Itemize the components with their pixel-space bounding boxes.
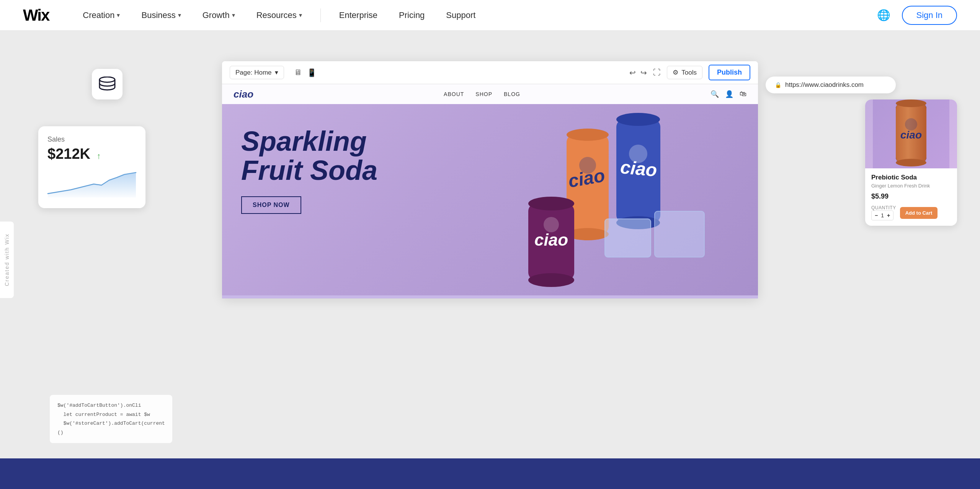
- site-nav-links: ABOUT SHOP BLOG: [444, 91, 520, 97]
- site-nav: ciao ABOUT SHOP BLOG 🔍 👤 🛍: [222, 84, 758, 104]
- nav-item-business[interactable]: Business ▾: [131, 10, 191, 20]
- lock-icon: 🔒: [775, 82, 781, 88]
- account-icon[interactable]: 👤: [725, 90, 733, 98]
- svg-rect-24: [873, 99, 949, 168]
- quantity-increase-icon[interactable]: +: [887, 212, 890, 218]
- site-shop-link[interactable]: SHOP: [475, 91, 492, 97]
- database-illustration: [98, 77, 116, 92]
- product-price: $5.99: [871, 192, 951, 200]
- site-hero-text: SparklingFruit Soda SHOP NOW: [241, 127, 739, 272]
- nav-item-creation[interactable]: Creation ▾: [72, 10, 131, 20]
- code-line-3: $w('#storeCart').addToCart(currentProduc…: [57, 419, 165, 428]
- code-line-2: let currentProduct = await $w: [57, 410, 165, 419]
- nav-divider: [320, 8, 321, 22]
- redo-icon[interactable]: ↪: [640, 68, 647, 77]
- float-database-icon: [92, 69, 122, 99]
- chevron-down-icon: ▾: [117, 11, 120, 19]
- add-to-cart-button[interactable]: Add to Cart: [900, 207, 938, 219]
- nav-item-enterprise[interactable]: Enterprise: [328, 10, 388, 20]
- undo-redo-controls: ↩ ↪: [629, 68, 647, 77]
- site-preview: ciao ABOUT SHOP BLOG 🔍 👤 🛍 SparklingFrui…: [222, 84, 758, 298]
- product-actions: QUANTITY − 1 + Add to Cart: [871, 205, 951, 220]
- main-area: Created with Wix Page: Home ▾ 🖥 📱 ↩ ↪ ⛶ …: [0, 31, 980, 489]
- footer-bar: [0, 458, 980, 489]
- wix-logo[interactable]: Wix: [23, 6, 49, 24]
- page-selector[interactable]: Page: Home ▾: [230, 66, 284, 79]
- publish-button[interactable]: Publish: [709, 65, 750, 80]
- product-name: Prebiotic Soda: [871, 174, 951, 181]
- site-nav-icons: 🔍 👤 🛍: [710, 90, 746, 98]
- code-line-4: (): [57, 428, 165, 437]
- globe-icon[interactable]: 🌐: [877, 9, 890, 21]
- quantity-label: QUANTITY: [871, 205, 896, 210]
- sales-value: $212K ↑: [47, 146, 136, 162]
- search-icon[interactable]: 🔍: [710, 90, 719, 98]
- nav-right: 🌐 Sign In: [877, 6, 957, 25]
- nav-item-support[interactable]: Support: [435, 10, 486, 20]
- nav-item-pricing[interactable]: Pricing: [388, 10, 435, 20]
- product-info: Prebiotic Soda Ginger Lemon Fresh Drink …: [865, 168, 957, 226]
- product-can-illustration: ciao: [873, 99, 949, 168]
- sign-in-button[interactable]: Sign In: [902, 6, 957, 25]
- site-logo: ciao: [234, 88, 253, 100]
- float-url-bar: 🔒 https://www.ciaodrinks.com: [766, 77, 896, 93]
- site-about-link[interactable]: ABOUT: [444, 91, 464, 97]
- nav-links: Creation ▾ Business ▾ Growth ▾ Resources…: [72, 8, 877, 22]
- cart-icon[interactable]: 🛍: [740, 90, 746, 98]
- svg-point-6: [616, 113, 660, 126]
- site-hero: SparklingFruit Soda SHOP NOW ciao: [222, 104, 758, 295]
- expand-icon[interactable]: ⛶: [653, 68, 661, 77]
- navbar: Wix Creation ▾ Business ▾ Growth ▾ Resou…: [0, 0, 980, 31]
- desktop-view-icon[interactable]: 🖥: [294, 68, 302, 77]
- svg-point-17: [100, 77, 115, 82]
- chevron-down-icon: ▾: [178, 11, 181, 19]
- shop-now-button[interactable]: SHOP NOW: [241, 196, 301, 214]
- sales-label: Sales: [47, 135, 136, 143]
- sales-trend-icon: ↑: [97, 151, 101, 161]
- float-code-snippet: $w('#addToCartButton').onCli let current…: [50, 395, 172, 443]
- editor-frame: Page: Home ▾ 🖥 📱 ↩ ↪ ⛶ ⚙ Tools Publish: [222, 61, 758, 298]
- toolbar-view-icons: 🖥 📱: [294, 68, 317, 77]
- code-line-1: $w('#addToCartButton').onCli: [57, 401, 165, 410]
- wix-brand-bar: Created with Wix: [0, 222, 14, 298]
- chevron-down-icon: ▾: [299, 11, 302, 19]
- mobile-view-icon[interactable]: 📱: [307, 68, 317, 77]
- product-description: Ginger Lemon Fresh Drink: [871, 183, 951, 189]
- chevron-down-icon: ▾: [275, 68, 278, 77]
- nav-item-resources[interactable]: Resources ▾: [246, 10, 313, 20]
- site-hero-title: SparklingFruit Soda: [241, 127, 739, 185]
- svg-point-12: [528, 273, 574, 287]
- quantity-section: QUANTITY − 1 +: [871, 205, 896, 220]
- url-text: https://www.ciaodrinks.com: [785, 81, 864, 89]
- quantity-decrease-icon[interactable]: −: [875, 212, 878, 218]
- site-blog-link[interactable]: BLOG: [504, 91, 520, 97]
- float-product-card: ciao Prebiotic Soda Ginger Lemon Fresh D…: [865, 99, 957, 226]
- editor-toolbar: Page: Home ▾ 🖥 📱 ↩ ↪ ⛶ ⚙ Tools Publish: [222, 61, 758, 84]
- quantity-stepper[interactable]: − 1 +: [871, 210, 893, 220]
- wix-brand-label: Created with Wix: [4, 233, 10, 286]
- tools-icon: ⚙: [673, 68, 678, 77]
- product-image: ciao: [865, 99, 957, 168]
- nav-item-growth[interactable]: Growth ▾: [192, 10, 246, 20]
- quantity-value: 1: [881, 212, 884, 218]
- chevron-down-icon: ▾: [232, 11, 235, 19]
- sales-chart: [47, 167, 136, 197]
- undo-icon[interactable]: ↩: [629, 68, 636, 77]
- float-sales-card: Sales $212K ↑: [38, 126, 145, 208]
- tools-button[interactable]: ⚙ Tools: [667, 66, 702, 79]
